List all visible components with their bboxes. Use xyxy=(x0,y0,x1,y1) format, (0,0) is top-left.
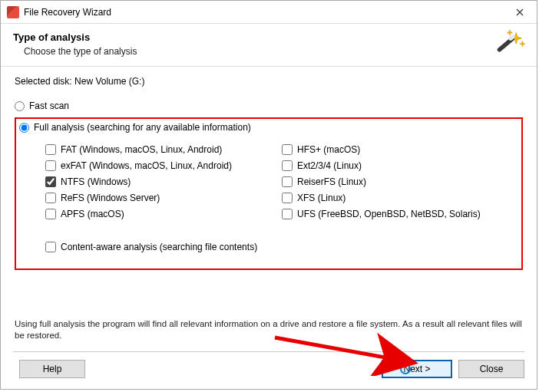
loading-spinner-icon xyxy=(400,364,411,374)
filesystem-columns: FAT (Windows, macOS, Linux, Android)exFA… xyxy=(16,139,518,225)
svg-marker-1 xyxy=(520,41,525,47)
full-analysis-label: Full analysis (searching for any availab… xyxy=(34,122,251,133)
filesystem-label: UFS (FreeBSD, OpenBSD, NetBSD, Solaris) xyxy=(297,209,481,219)
filesystem-label: XFS (Linux) xyxy=(297,193,346,203)
filesystem-checkbox[interactable]: XFS (Linux) xyxy=(282,193,518,203)
filesystem-checkbox-input[interactable] xyxy=(282,209,293,219)
filesystem-col-right: HFS+ (macOS)Ext2/3/4 (Linux)ReiserFS (Li… xyxy=(282,139,518,225)
filesystem-checkbox[interactable]: ReiserFS (Linux) xyxy=(282,176,518,187)
filesystem-checkbox[interactable]: exFAT (Windows, macOS, Linux, Android) xyxy=(45,160,282,171)
app-icon xyxy=(7,6,19,18)
filesystem-checkbox[interactable]: HFS+ (macOS) xyxy=(282,144,518,155)
filesystem-checkbox-input[interactable] xyxy=(45,160,56,171)
filesystem-label: HFS+ (macOS) xyxy=(297,144,360,155)
page-title: Type of analysis xyxy=(13,31,524,43)
hint-text: Using full analysis the program will fin… xyxy=(15,318,523,342)
filesystem-label: ReiserFS (Linux) xyxy=(297,176,366,187)
filesystem-checkbox-input[interactable] xyxy=(45,144,56,155)
selected-disk-label: Selected disk: New Volume (G:) xyxy=(15,76,523,87)
help-button[interactable]: Help xyxy=(19,360,85,378)
wizard-wand-icon xyxy=(492,28,526,62)
footer: Help Next > Close xyxy=(1,352,537,389)
content-aware-label: Content-aware analysis (searching file c… xyxy=(61,242,257,252)
filesystem-checkbox-input[interactable] xyxy=(282,160,293,171)
fast-scan-radio-input[interactable] xyxy=(15,101,25,111)
dialog-window: File Recovery Wizard Type of analysis Ch… xyxy=(0,0,537,390)
filesystem-checkbox[interactable]: ReFS (Windows Server) xyxy=(45,193,282,203)
filesystem-checkbox[interactable]: NTFS (Windows) xyxy=(45,176,282,187)
filesystem-checkbox[interactable]: APFS (macOS) xyxy=(45,209,282,219)
filesystem-checkbox-input[interactable] xyxy=(282,176,293,187)
titlebar: File Recovery Wizard xyxy=(1,1,537,24)
filesystem-label: Ext2/3/4 (Linux) xyxy=(297,160,362,171)
fast-scan-label: Fast scan xyxy=(29,100,69,111)
full-analysis-radio[interactable]: Full analysis (searching for any availab… xyxy=(16,122,518,133)
fast-scan-radio[interactable]: Fast scan xyxy=(15,100,523,111)
svg-marker-2 xyxy=(507,30,512,35)
filesystem-label: NTFS (Windows) xyxy=(61,176,131,187)
filesystem-checkbox[interactable]: UFS (FreeBSD, OpenBSD, NetBSD, Solaris) xyxy=(282,209,518,219)
content-aware-row: Content-aware analysis (searching file c… xyxy=(16,242,518,252)
window-title: File Recovery Wizard xyxy=(24,7,503,18)
filesystem-checkbox[interactable]: FAT (Windows, macOS, Linux, Android) xyxy=(45,144,282,155)
next-button[interactable]: Next > xyxy=(382,360,452,378)
wizard-header: Type of analysis Choose the type of anal… xyxy=(1,24,537,67)
page-subtitle: Choose the type of analysis xyxy=(24,46,524,57)
close-button[interactable]: Close xyxy=(458,360,524,378)
filesystem-label: APFS (macOS) xyxy=(61,209,124,219)
filesystem-checkbox-input[interactable] xyxy=(282,193,293,203)
full-analysis-radio-input[interactable] xyxy=(19,123,29,133)
filesystem-checkbox-input[interactable] xyxy=(282,144,293,155)
filesystem-checkbox-input[interactable] xyxy=(45,209,56,219)
content-aware-checkbox[interactable]: Content-aware analysis (searching file c… xyxy=(45,242,518,252)
filesystem-checkbox-input[interactable] xyxy=(45,176,56,187)
full-analysis-highlight: Full analysis (searching for any availab… xyxy=(15,117,523,270)
filesystem-label: FAT (Windows, macOS, Linux, Android) xyxy=(61,144,222,155)
filesystem-label: exFAT (Windows, macOS, Linux, Android) xyxy=(61,160,232,171)
filesystem-label: ReFS (Windows Server) xyxy=(61,193,160,203)
filesystem-checkbox-input[interactable] xyxy=(45,193,56,203)
close-icon[interactable] xyxy=(503,1,537,24)
content-aware-checkbox-input[interactable] xyxy=(45,242,56,252)
wizard-body: Selected disk: New Volume (G:) Fast scan… xyxy=(1,67,537,309)
filesystem-checkbox[interactable]: Ext2/3/4 (Linux) xyxy=(282,160,518,171)
filesystem-col-left: FAT (Windows, macOS, Linux, Android)exFA… xyxy=(45,139,282,225)
